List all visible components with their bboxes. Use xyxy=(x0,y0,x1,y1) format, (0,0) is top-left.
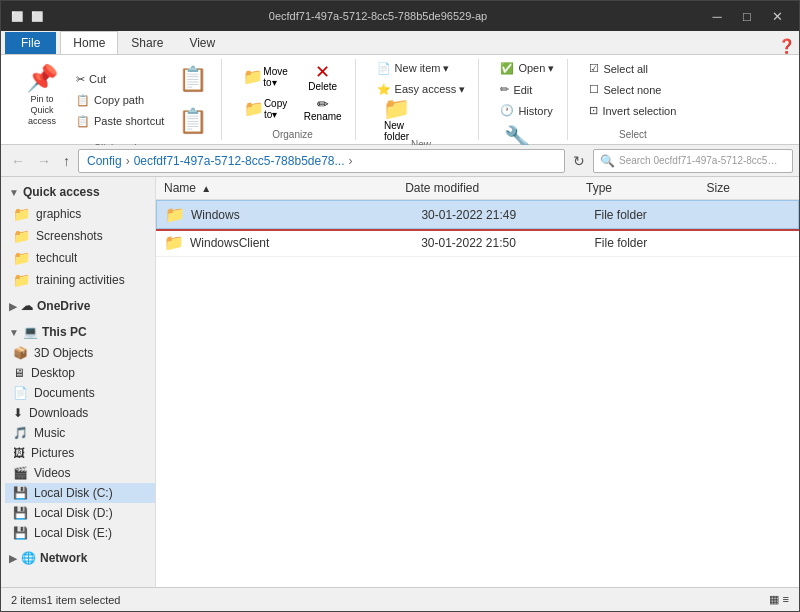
new-folder-button[interactable]: 📁 Newfolder xyxy=(372,103,422,137)
windows-folder-date: 30-01-2022 21:49 xyxy=(421,208,594,222)
title-bar: ⬜ ⬜ 0ecfdf71-497a-5712-8cc5-788b5de96529… xyxy=(1,1,799,31)
this-pc-section: ▼ 💻 This PC 📦 3D Objects 🖥 Desktop 📄 xyxy=(1,321,155,543)
sidebar-item-3d-objects[interactable]: 📦 3D Objects xyxy=(5,343,155,363)
file-row-windowsclient[interactable]: 📁 WindowsClient 30-01-2022 21:50 File fo… xyxy=(156,229,799,257)
sidebar-item-screenshots[interactable]: 📁 Screenshots xyxy=(5,225,155,247)
delete-button[interactable]: ✕ Delete xyxy=(303,63,343,91)
cut-icon: ✂ xyxy=(76,73,85,86)
pin-to-quick-access-button[interactable]: 📌 Pin to Quickaccess xyxy=(17,59,67,141)
delete-rename-group: ✕ Delete ✏ Rename xyxy=(299,63,347,123)
onedrive-header[interactable]: ▶ ☁ OneDrive xyxy=(1,295,155,317)
videos-label: Videos xyxy=(34,466,70,480)
windows-folder-type: File folder xyxy=(594,208,709,222)
sidebar-item-training[interactable]: 📁 training activities xyxy=(5,269,155,291)
invert-icon: ⊡ xyxy=(589,104,598,117)
downloads-label: Downloads xyxy=(29,406,88,420)
screenshots-icon: 📁 xyxy=(13,228,30,244)
select-all-button[interactable]: ☑ Select all xyxy=(584,59,653,78)
maximize-button[interactable]: □ xyxy=(733,6,761,26)
cut-button[interactable]: ✂ Cut xyxy=(71,70,169,89)
tab-file[interactable]: File xyxy=(5,32,56,54)
invert-selection-button[interactable]: ⊡ Invert selection xyxy=(584,101,681,120)
sidebar-item-pictures[interactable]: 🖼 Pictures xyxy=(5,443,155,463)
edit-button[interactable]: ✏ Edit xyxy=(495,80,537,99)
sidebar-item-local-disk-e[interactable]: 💾 Local Disk (E:) xyxy=(5,523,155,543)
quick-access-header[interactable]: ▼ Quick access xyxy=(1,181,155,203)
rename-button[interactable]: ✏ Rename xyxy=(299,95,347,123)
history-button[interactable]: 🕐 History xyxy=(495,101,557,120)
tab-home[interactable]: Home xyxy=(60,31,118,54)
file-row-windows[interactable]: 📁 Windows 30-01-2022 21:49 File folder xyxy=(156,200,799,229)
refresh-button[interactable]: ↻ xyxy=(569,151,589,171)
onedrive-arrow: ▶ xyxy=(9,301,17,312)
local-disk-d-label: Local Disk (D:) xyxy=(34,506,113,520)
sidebar-item-documents[interactable]: 📄 Documents xyxy=(5,383,155,403)
tab-share[interactable]: Share xyxy=(118,31,176,54)
close-button[interactable]: ✕ xyxy=(763,6,791,26)
sidebar-item-graphics[interactable]: 📁 graphics xyxy=(5,203,155,225)
col-header-type[interactable]: Type xyxy=(586,181,707,195)
local-disk-c-label: Local Disk (C:) xyxy=(34,486,113,500)
move-to-button[interactable]: 📁 Moveto▾ xyxy=(238,63,292,91)
pin-icon: 📌 xyxy=(26,63,58,94)
windowsclient-folder-date: 30-01-2022 21:50 xyxy=(421,236,594,250)
onedrive-icon: ☁ xyxy=(21,299,33,313)
documents-label: Documents xyxy=(34,386,95,400)
search-box[interactable]: 🔍 Search 0ecfdf71-497a-5712-8cc5-788b5de… xyxy=(593,149,793,173)
local-disk-e-label: Local Disk (E:) xyxy=(34,526,112,540)
view-icons: ▦ ≡ xyxy=(769,593,789,606)
copy-path-button[interactable]: 📋 Copy path xyxy=(71,91,169,110)
col-header-date[interactable]: Date modified xyxy=(405,181,586,195)
help-icon[interactable]: ❓ xyxy=(778,38,795,54)
minimize-button[interactable]: ─ xyxy=(703,6,731,26)
sidebar-item-local-disk-c[interactable]: 💾 Local Disk (C:) xyxy=(5,483,155,503)
forward-button[interactable]: → xyxy=(33,151,55,171)
address-bar[interactable]: Config › 0ecfdf71-497a-5712-8cc5-788b5de… xyxy=(78,149,565,173)
col-header-size[interactable]: Size xyxy=(707,181,791,195)
file-list: Name ▲ Date modified Type Size 📁 Windows… xyxy=(156,177,799,587)
sidebar-item-desktop[interactable]: 🖥 Desktop xyxy=(5,363,155,383)
list-view-icon[interactable]: ≡ xyxy=(783,593,789,606)
select-none-button[interactable]: ☐ Select none xyxy=(584,80,666,99)
sidebar-item-techcult[interactable]: 📁 techcult xyxy=(5,247,155,269)
network-section: ▶ 🌐 Network xyxy=(1,547,155,569)
this-pc-header[interactable]: ▼ 💻 This PC xyxy=(1,321,155,343)
windows-folder-icon: 📁 xyxy=(165,205,185,224)
main-window: ⬜ ⬜ 0ecfdf71-497a-5712-8cc5-788b5de96529… xyxy=(0,0,800,612)
network-header[interactable]: ▶ 🌐 Network xyxy=(1,547,155,569)
pictures-label: Pictures xyxy=(31,446,74,460)
copy-to-button[interactable]: 📁 Copyto▾ xyxy=(239,95,292,123)
organize-buttons: 📁 Moveto▾ 📁 Copyto▾ ✕ Delete ✏ xyxy=(238,59,346,127)
sidebar-item-videos[interactable]: 🎬 Videos xyxy=(5,463,155,483)
new-folder-icon: 📁 xyxy=(383,98,410,120)
windows-folder-name: Windows xyxy=(191,208,421,222)
breadcrumb-sep1: › xyxy=(126,154,130,168)
open-button[interactable]: ✅ Open ▾ xyxy=(495,59,559,78)
sidebar-item-music[interactable]: 🎵 Music xyxy=(5,423,155,443)
breadcrumb-config[interactable]: Config xyxy=(87,154,122,168)
col-header-name[interactable]: Name ▲ xyxy=(164,181,405,195)
clipboard-buttons: 📌 Pin to Quickaccess ✂ Cut 📋 Copy path 📋… xyxy=(17,59,213,141)
paste-button[interactable]: 📋 xyxy=(173,101,213,141)
breadcrumb-sep2: › xyxy=(349,154,353,168)
local-disk-e-icon: 💾 xyxy=(13,526,28,540)
details-view-icon[interactable]: ▦ xyxy=(769,593,779,606)
sidebar-item-local-disk-d[interactable]: 💾 Local Disk (D:) xyxy=(5,503,155,523)
select-none-icon: ☐ xyxy=(589,83,599,96)
paste-shortcut-button[interactable]: 📋 Paste shortcut xyxy=(71,112,169,131)
copy-button[interactable]: 📋 xyxy=(173,59,213,99)
training-icon: 📁 xyxy=(13,272,30,288)
back-button[interactable]: ← xyxy=(7,151,29,171)
sort-arrow: ▲ xyxy=(201,183,211,194)
up-button[interactable]: ↑ xyxy=(59,151,74,171)
sidebar-item-downloads[interactable]: ⬇ Downloads xyxy=(5,403,155,423)
select-label: Select xyxy=(619,129,647,140)
move-copy-group: 📁 Moveto▾ 📁 Copyto▾ xyxy=(238,63,292,123)
breadcrumb-uuid[interactable]: 0ecfdf71-497a-5712-8cc5-788b5de78... xyxy=(134,154,345,168)
network-label: Network xyxy=(40,551,87,565)
new-item-button[interactable]: 📄 New item ▾ xyxy=(372,59,455,78)
tab-view[interactable]: View xyxy=(176,31,228,54)
quick-access-section: ▼ Quick access 📁 graphics 📁 Screenshots … xyxy=(1,181,155,291)
techcult-label: techcult xyxy=(36,251,77,265)
windowsclient-folder-type: File folder xyxy=(595,236,711,250)
